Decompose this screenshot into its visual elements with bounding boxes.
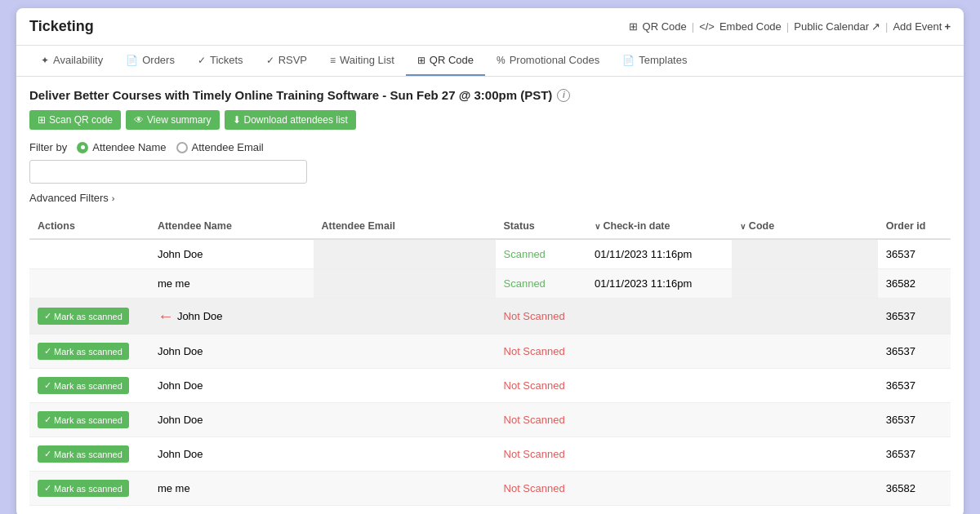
tab-qr-code[interactable]: ⊞ QR Code	[406, 46, 485, 76]
code-cell	[732, 437, 877, 472]
filter-label: Filter by	[29, 141, 67, 153]
status-badge: Scanned	[496, 269, 586, 299]
attendees-table-wrapper: Actions Attendee Name Attendee Email Sta…	[29, 214, 951, 506]
add-event-link[interactable]: Add Event +	[893, 20, 951, 33]
search-input[interactable]	[29, 160, 307, 184]
checkin-date-cell	[586, 403, 732, 437]
tab-orders[interactable]: 📄 Orders	[114, 46, 186, 76]
attendee-name: John Doe	[149, 369, 314, 403]
attendee-email-cell	[314, 239, 496, 269]
scan-qr-button[interactable]: ⊞ Scan QR code	[29, 110, 121, 130]
attendee-name: John Doe	[149, 403, 314, 437]
attendee-email-cell	[314, 472, 496, 506]
order-id-cell: 36537	[878, 299, 951, 335]
code-cell	[732, 335, 877, 369]
mark-scanned-button[interactable]: ✓ Mark as scanned	[38, 411, 129, 428]
advanced-filters-toggle[interactable]: Advanced Filters ›	[29, 192, 951, 204]
tab-availability[interactable]: ✦ Availability	[29, 46, 114, 76]
rsvp-icon: ✓	[266, 55, 274, 66]
checkin-date-cell	[586, 369, 732, 403]
download-btn-icon: ⬇	[233, 114, 241, 126]
col-header-checkin[interactable]: ∨ Check-in date	[586, 214, 732, 239]
summary-btn-icon: 👁	[134, 114, 144, 126]
status-badge: Not Scanned	[496, 335, 586, 369]
attendee-name: John Doe	[149, 239, 314, 269]
table-row: ✓ Mark as scannedme meNot Scanned36582	[29, 472, 951, 506]
status-badge: Not Scanned	[496, 403, 586, 437]
order-id-cell: 36537	[878, 239, 951, 269]
code-cell	[732, 472, 877, 506]
table-row: ✓ Mark as scanned←John DoeNot Scanned365…	[29, 299, 951, 335]
header-actions: ⊞ QR Code | </> Embed Code | Public Cale…	[629, 20, 951, 33]
filter-area: Filter by Attendee Name Attendee Email	[29, 141, 951, 184]
embed-code-link[interactable]: Embed Code	[719, 20, 782, 33]
radio-empty-email	[176, 142, 188, 153]
qr-icon: ⊞	[629, 20, 638, 33]
attendee-name: John Doe	[149, 335, 314, 369]
table-row: ✓ Mark as scannedJohn DoeNot Scanned3653…	[29, 369, 951, 403]
main-content: Deliver Better Courses with Timely Onlin…	[16, 77, 964, 514]
attendees-table: Actions Attendee Name Attendee Email Sta…	[29, 214, 951, 506]
attendee-email-cell	[314, 369, 496, 403]
checkmark-icon: ✓	[44, 346, 51, 357]
info-icon[interactable]: i	[557, 89, 570, 102]
checkin-date-cell: 01/11/2023 11:16pm	[586, 239, 732, 269]
attendee-email-cell	[314, 403, 496, 437]
mark-scanned-button[interactable]: ✓ Mark as scanned	[38, 343, 129, 360]
orders-icon: 📄	[126, 55, 138, 66]
filter-attendee-email[interactable]: Attendee Email	[176, 141, 264, 153]
tickets-icon: ✓	[198, 55, 206, 66]
code-cell	[732, 403, 877, 437]
checkin-date-cell	[586, 335, 732, 369]
tab-promotional-codes[interactable]: % Promotional Codes	[485, 46, 611, 76]
promo-icon: %	[497, 55, 506, 66]
attendee-email-cell	[314, 437, 496, 472]
waiting-list-icon: ≡	[330, 55, 336, 66]
attendee-name: John Doe	[177, 310, 223, 322]
mark-scanned-button[interactable]: ✓ Mark as scanned	[38, 377, 129, 394]
table-row: ✓ Mark as scannedJohn DoeNot Scanned3653…	[29, 335, 951, 369]
attendee-name: me me	[149, 269, 314, 299]
col-header-actions: Actions	[29, 214, 149, 239]
order-id-cell: 36537	[878, 403, 951, 437]
public-calendar-link[interactable]: Public Calendar ↗	[794, 20, 880, 33]
col-header-email: Attendee Email	[314, 214, 496, 239]
attendee-email-cell	[314, 269, 496, 299]
table-row: ✓ Mark as scannedJohn DoeNot Scanned3653…	[29, 403, 951, 437]
col-header-code[interactable]: ∨ Code	[732, 214, 877, 239]
chevron-right-icon: ›	[112, 193, 115, 203]
header: Ticketing ⊞ QR Code | </> Embed Code | P…	[16, 8, 964, 46]
code-cell	[732, 299, 877, 335]
tab-tickets[interactable]: ✓ Tickets	[186, 46, 255, 76]
view-summary-button[interactable]: 👁 View summary	[126, 110, 219, 130]
status-badge: Not Scanned	[496, 472, 586, 506]
availability-icon: ✦	[41, 55, 49, 66]
checkmark-icon: ✓	[44, 311, 51, 321]
table-row: ✓ Mark as scannedJohn DoeNot Scanned3653…	[29, 437, 951, 472]
event-title: Deliver Better Courses with Timely Onlin…	[29, 88, 552, 102]
qr-code-link[interactable]: QR Code	[643, 20, 687, 33]
tab-templates[interactable]: 📄 Templates	[611, 46, 698, 76]
order-id-cell: 36582	[878, 269, 951, 299]
checkin-date-cell	[586, 299, 732, 335]
qr-btn-icon: ⊞	[38, 114, 46, 126]
radio-dot-name	[77, 142, 88, 153]
checkin-date-cell	[586, 472, 732, 506]
tab-waiting-list[interactable]: ≡ Waiting List	[318, 46, 406, 76]
app-title: Ticketing	[29, 18, 94, 35]
status-badge: Not Scanned	[496, 299, 586, 335]
red-arrow-icon: ←	[158, 307, 174, 326]
mark-scanned-button[interactable]: ✓ Mark as scanned	[38, 445, 129, 463]
mark-scanned-button[interactable]: ✓ Mark as scanned	[38, 480, 129, 497]
attendee-name: John Doe	[149, 437, 314, 472]
checkmark-icon: ✓	[44, 483, 51, 494]
filter-attendee-name[interactable]: Attendee Name	[77, 141, 166, 153]
checkmark-icon: ✓	[44, 449, 51, 459]
attendee-name: me me	[149, 472, 314, 506]
mark-scanned-button[interactable]: ✓ Mark as scanned	[38, 308, 129, 325]
checkin-date-cell: 01/11/2023 11:16pm	[586, 269, 732, 299]
qr-code-tab-icon: ⊞	[417, 55, 425, 66]
download-attendees-button[interactable]: ⬇ Download attendees list	[225, 110, 356, 130]
table-row: me meScanned01/11/2023 11:16pm36582	[29, 269, 951, 299]
tab-rsvp[interactable]: ✓ RSVP	[255, 46, 318, 76]
